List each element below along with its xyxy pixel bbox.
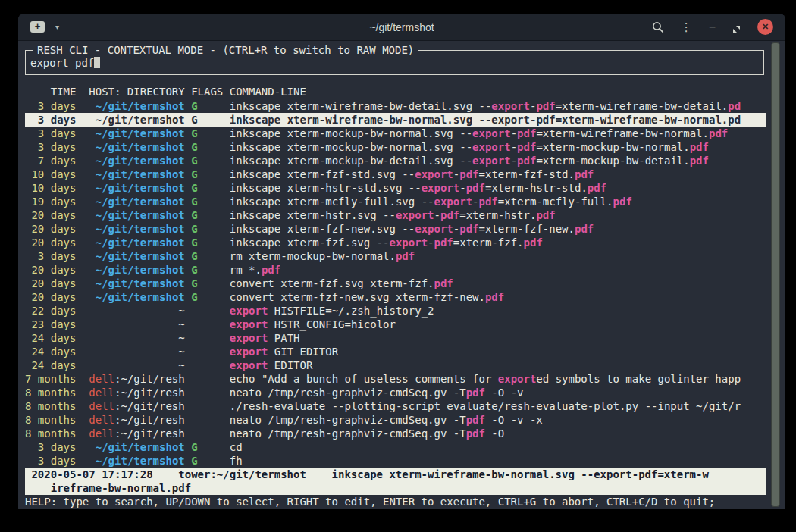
history-row[interactable]: 24 days ~ export GIT_EDITOR: [25, 345, 766, 358]
history-row[interactable]: 3 days ~/git/termshot G cd: [25, 440, 766, 454]
search-box-title: RESH CLI - CONTEXTUAL MODE - (CTRL+R to …: [33, 44, 418, 57]
history-row[interactable]: 3 days ~/git/termshot G inkscape xterm-w…: [25, 113, 766, 127]
status-line-1: 2020-05-07 17:17:28 tower:~/git/termshot…: [25, 468, 766, 481]
status-bar: 2020-05-07 17:17:28 tower:~/git/termshot…: [25, 468, 766, 495]
text-cursor: [94, 57, 100, 68]
history-row[interactable]: 24 days ~ export PATH: [25, 331, 766, 345]
history-row[interactable]: 8 months dell:~/git/resh neato /tmp/resh…: [25, 413, 766, 427]
new-tab-icon[interactable]: +: [30, 21, 45, 33]
status-line-2: ireframe-bw-normal.pdf: [25, 481, 766, 495]
chevron-down-icon[interactable]: ▾: [55, 23, 59, 31]
history-row[interactable]: 7 months dell:~/git/resh echo "Add a bun…: [25, 372, 766, 386]
menu-kebab-icon[interactable]: ⋮: [681, 21, 692, 33]
history-row[interactable]: 20 days ~/git/termshot G inkscape xterm-…: [25, 236, 766, 249]
history-row[interactable]: 20 days ~/git/termshot G rm *.pdf: [25, 263, 766, 277]
history-list: 3 days ~/git/termshot G inkscape xterm-w…: [25, 99, 766, 468]
terminal-window: + ▾ ~/git/termshot ⋮ − ✕: [18, 14, 785, 509]
history-row[interactable]: 10 days ~/git/termshot G inkscape xterm-…: [25, 167, 766, 181]
history-row[interactable]: 3 days ~/git/termshot G rm xterm-mockup-…: [25, 249, 766, 263]
minimize-button[interactable]: −: [709, 21, 716, 33]
help-line: HELP: type to search, UP/DOWN to select,…: [25, 495, 766, 509]
close-button[interactable]: ✕: [757, 19, 773, 35]
history-row[interactable]: 3 days ~/git/termshot G inkscape xterm-m…: [25, 127, 766, 140]
scrollbar-thumb[interactable]: [771, 42, 780, 507]
search-box[interactable]: RESH CLI - CONTEXTUAL MODE - (CTRL+R to …: [25, 50, 764, 75]
search-query: export pdf: [30, 57, 94, 69]
history-row[interactable]: 24 days ~ export EDITOR: [25, 358, 766, 372]
history-row[interactable]: 23 days ~ export HSTR_CONFIG=hicolor: [25, 318, 766, 331]
titlebar: + ▾ ~/git/termshot ⋮ − ✕: [18, 14, 785, 41]
history-row[interactable]: 19 days ~/git/termshot G inkscape xterm-…: [25, 195, 766, 208]
history-row[interactable]: 20 days ~/git/termshot G convert xterm-f…: [25, 290, 766, 304]
history-row[interactable]: 7 days ~/git/termshot G inkscape xterm-m…: [25, 154, 766, 167]
history-row[interactable]: 20 days ~/git/termshot G convert xterm-f…: [25, 277, 766, 290]
table-header: TIME HOST: DIRECTORY FLAGS COMMAND-LINE: [25, 85, 766, 99]
history-row[interactable]: 22 days ~ export HISTFILE=~/.zsh_history…: [25, 304, 766, 318]
history-row[interactable]: 8 months dell:~/git/resh ./resh-evaluate…: [25, 399, 766, 413]
history-row[interactable]: 3 days ~/git/termshot G fh: [25, 454, 766, 468]
restore-button[interactable]: [732, 23, 741, 31]
history-row[interactable]: 3 days ~/git/termshot G inkscape xterm-m…: [25, 140, 766, 154]
history-row[interactable]: 8 months dell:~/git/resh neato /tmp/resh…: [25, 427, 766, 440]
history-row[interactable]: 8 months dell:~/git/resh neato /tmp/resh…: [25, 386, 766, 399]
search-icon[interactable]: [652, 21, 664, 33]
history-row[interactable]: 10 days ~/git/termshot G inkscape xterm-…: [25, 181, 766, 195]
history-row[interactable]: 20 days ~/git/termshot G inkscape xterm-…: [25, 222, 766, 236]
history-row[interactable]: 3 days ~/git/termshot G inkscape xterm-w…: [25, 99, 766, 113]
terminal-screen: RESH CLI - CONTEXTUAL MODE - (CTRL+R to …: [18, 41, 785, 509]
history-row[interactable]: 20 days ~/git/termshot G inkscape xterm-…: [25, 208, 766, 222]
